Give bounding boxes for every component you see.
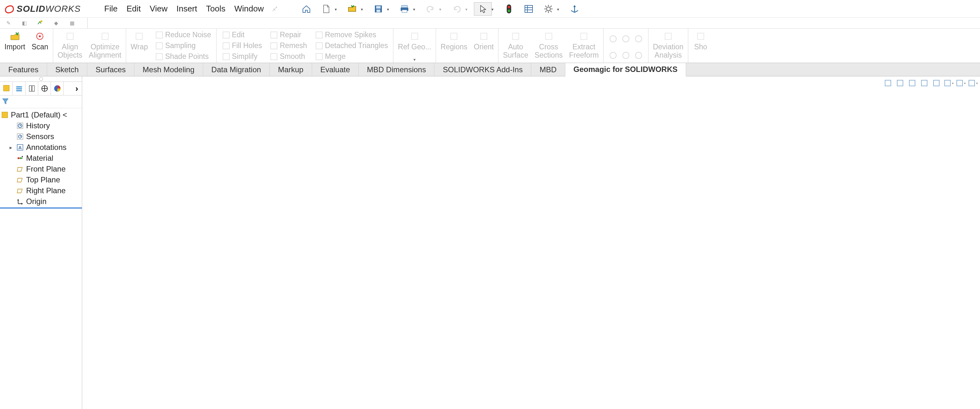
ribbon-import-button[interactable]: Import [1, 29, 29, 63]
tab-features[interactable]: Features [0, 63, 47, 76]
panel-tab-dimxpert[interactable] [38, 82, 51, 95]
tree-rollback-bar[interactable] [0, 208, 82, 208]
ribbon-merge-button[interactable]: Merge [313, 51, 390, 62]
ribbon-wrap-button[interactable]: Wrap [127, 29, 151, 63]
menu-edit[interactable]: Edit [122, 3, 145, 15]
ribbon-optimize-button[interactable]: Optimize Alignment [86, 29, 124, 63]
macro-btn-4[interactable]: ◆ [52, 19, 60, 27]
svg-rect-52 [271, 32, 277, 38]
ribbon-reduce-button[interactable]: Reduce Noise [153, 30, 213, 40]
tree-node-material-not-specifie[interactable]: ▸ Material [0, 153, 82, 163]
redo-icon[interactable] [448, 2, 466, 16]
ribbon-repair-button[interactable]: Repair [267, 30, 309, 40]
select-icon[interactable] [474, 2, 492, 16]
ribbon-sphere-button[interactable] [608, 31, 619, 46]
tree-node-front-plane[interactable]: ▸ Front Plane [0, 163, 82, 174]
macro-btn-5[interactable]: ▦ [68, 19, 76, 27]
zoom-area-button[interactable] [895, 78, 905, 89]
pin-icon[interactable] [271, 5, 278, 13]
ribbon-extract-button[interactable]: Extract Freeform [566, 29, 602, 63]
svg-point-32 [37, 38, 38, 39]
view-cube-button[interactable] [967, 78, 978, 89]
macro-btn-2[interactable]: ◧ [21, 19, 28, 27]
tree-node-sensors[interactable]: ▸ Sensors [0, 131, 82, 142]
menu-view[interactable]: View [145, 3, 172, 15]
tab-geomagic-for-solidworks[interactable]: Geomagic for SOLIDWORKS [565, 63, 686, 76]
menu-file[interactable]: File [100, 3, 122, 15]
settings-icon[interactable] [539, 2, 557, 16]
graphics-viewport[interactable] [82, 76, 980, 409]
prev-view-button[interactable] [907, 78, 918, 89]
menu-tools[interactable]: Tools [202, 3, 230, 15]
filter-icon[interactable] [1, 97, 10, 107]
ribbon-deviation-button[interactable]: Deviation Analysis [650, 29, 687, 63]
display-style-button[interactable] [943, 78, 954, 89]
tab-mbd-dimensions[interactable]: MBD Dimensions [359, 63, 434, 76]
ribbon-refgeo-button[interactable]: Ref Geo... ▾ [395, 29, 434, 63]
save-icon[interactable] [369, 2, 387, 16]
ribbon-smooth-button[interactable]: Smooth [267, 51, 309, 62]
tree-root[interactable]: Part1 (Default) < [0, 109, 82, 120]
tab-mesh-modeling[interactable]: Mesh Modeling [134, 63, 203, 76]
new-icon[interactable] [317, 2, 335, 16]
panel-tab-more[interactable]: › [72, 82, 82, 95]
ribbon-curve-button[interactable] [633, 48, 644, 63]
panel-tab-display[interactable] [51, 82, 64, 95]
ribbon-fill-button[interactable]: Fill Holes [220, 40, 264, 51]
panel-handle[interactable] [0, 76, 82, 81]
zoom-fit-button[interactable] [883, 78, 893, 89]
ribbon-simplify-button[interactable]: Simplify [220, 51, 264, 62]
ribbon-edit-button[interactable]: Edit [220, 30, 264, 40]
print-icon[interactable] [396, 2, 414, 16]
menu-insert[interactable]: Insert [172, 3, 202, 15]
svg-point-39 [40, 33, 41, 34]
ribbon-spikes-button[interactable]: Remove Spikes [313, 30, 390, 40]
section-button[interactable] [919, 78, 930, 89]
macro-btn-3[interactable] [36, 19, 44, 27]
ribbon-remesh-button[interactable]: Remesh [267, 40, 309, 51]
macro-btn-1[interactable]: ✎ [5, 19, 12, 27]
hide-show-button[interactable] [955, 78, 966, 89]
axis-icon[interactable] [566, 2, 584, 16]
undo-icon[interactable] [422, 2, 439, 16]
ribbon-cross-button[interactable]: Cross Sections [531, 29, 566, 63]
tab-data-migration[interactable]: Data Migration [203, 63, 270, 76]
tree-node-origin[interactable]: ▸ Origin [0, 196, 82, 207]
ribbon-sampling-button[interactable]: Sampling [153, 40, 213, 51]
ribbon-orient-button[interactable]: Orient [471, 29, 497, 63]
sampling-icon [155, 41, 163, 50]
open-icon[interactable] [343, 2, 361, 16]
tab-markup[interactable]: Markup [270, 63, 312, 76]
options-panel-icon[interactable] [520, 2, 538, 16]
ribbon-torus-button[interactable] [608, 48, 619, 63]
home-icon[interactable] [298, 2, 315, 16]
ribbon-align-button[interactable]: Align Objects [54, 29, 86, 63]
tab-solidworks-add-ins[interactable]: SOLIDWORKS Add-Ins [434, 63, 531, 76]
appearance-button[interactable] [931, 78, 942, 89]
tab-surfaces[interactable]: Surfaces [87, 63, 134, 76]
ribbon-cyl-button[interactable] [620, 48, 632, 63]
panel-tab-feature-tree[interactable] [0, 82, 13, 95]
ribbon-shade-button[interactable]: Shade Points [153, 51, 213, 62]
tab-mbd[interactable]: MBD [531, 63, 565, 76]
ribbon-scan-button[interactable]: Scan [29, 29, 51, 63]
tree-node-top-plane[interactable]: ▸ Top Plane [0, 174, 82, 185]
app-logo: SOLIDWORKS [4, 3, 81, 14]
menu-window[interactable]: Window [230, 3, 268, 15]
ribbon-cone-button[interactable] [620, 31, 632, 46]
panel-tab-property[interactable] [13, 82, 25, 95]
tab-sketch[interactable]: Sketch [47, 63, 87, 76]
tree-node-right-plane[interactable]: ▸ Right Plane [0, 185, 82, 196]
ribbon-regions-button[interactable]: Regions [437, 29, 471, 63]
ribbon-detached-button[interactable]: Detached Triangles [313, 40, 390, 51]
svg-rect-54 [271, 54, 277, 60]
tab-evaluate[interactable]: Evaluate [312, 63, 359, 76]
remesh-icon [269, 41, 278, 50]
tree-node-annotations[interactable]: ▸ A Annotations [0, 142, 82, 153]
ribbon-sweep-button[interactable] [633, 31, 644, 46]
ribbon-autosurf-button[interactable]: Auto Surface [500, 29, 531, 63]
traffic-icon[interactable] [500, 2, 518, 16]
ribbon-show-button[interactable]: Sho [689, 29, 712, 63]
tree-node-history[interactable]: ▸ History [0, 120, 82, 131]
panel-tab-config[interactable] [25, 82, 38, 95]
